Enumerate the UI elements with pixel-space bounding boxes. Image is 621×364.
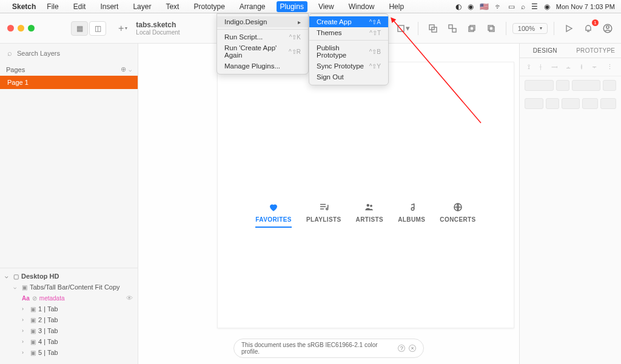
menuitem-manage-plugins[interactable]: Manage Plugins... [217, 61, 308, 71]
window-maximize[interactable] [28, 25, 35, 31]
doc-subtitle: Local Document [136, 29, 180, 36]
backward-icon[interactable] [483, 21, 500, 36]
distribute-icon[interactable]: ⋮ [606, 63, 613, 71]
layer-metadata[interactable]: Aa ⊘ metadata 👁 [0, 293, 138, 303]
document-title[interactable]: tabs.sketch Local Document [136, 21, 180, 36]
align-top-icon[interactable]: ⫠ [565, 63, 572, 71]
ungroup-icon[interactable] [444, 21, 461, 36]
svg-rect-0 [398, 25, 404, 31]
layer-group[interactable]: ⌵▣ Tabs/Tall Bar/Content Fit Copy [0, 282, 138, 293]
menu-text[interactable]: Text [162, 1, 183, 12]
menubar-datetime[interactable]: Mon Nov 7 1:03 PM [556, 3, 615, 10]
notifications-icon[interactable]: 1 [580, 21, 597, 36]
align-center-icon[interactable]: ⟊ [539, 63, 543, 71]
artboard[interactable]: FAVORITES PLAYLISTS ARTISTS ALBUMS CONCE… [217, 62, 514, 328]
menu-arrange[interactable]: Arrange [236, 1, 269, 12]
svg-point-11 [326, 208, 327, 210]
menu-prototype[interactable]: Prototype [190, 1, 228, 12]
align-right-icon[interactable]: ⟞ [551, 63, 557, 71]
menubar-app[interactable]: Sketch [12, 2, 36, 11]
menu-edit[interactable]: Edit [70, 1, 90, 12]
tab-artists[interactable]: ARTISTS [356, 202, 384, 228]
align-middle-icon[interactable]: ⫲ [580, 63, 583, 71]
control-center-icon[interactable]: ☰ [531, 2, 538, 11]
layer-item[interactable]: ›▣2 | Tab [0, 314, 138, 325]
group-icon[interactable] [425, 21, 441, 36]
menuitem-themes[interactable]: Themes^⇧T [309, 27, 388, 38]
svg-rect-6 [470, 25, 475, 30]
svg-rect-8 [488, 25, 493, 30]
canvas[interactable]: FAVORITES PLAYLISTS ARTISTS ALBUMS CONCE… [138, 44, 519, 364]
menu-view[interactable]: View [315, 1, 338, 12]
status-icon[interactable]: ◉ [468, 2, 474, 11]
insert-button[interactable]: + [118, 23, 127, 34]
svg-rect-3 [449, 25, 452, 28]
wifi-icon[interactable]: ᯤ [495, 2, 502, 11]
page-item[interactable]: Page 1 [0, 76, 138, 89]
search-input[interactable] [4, 47, 134, 59]
menuitem-signout[interactable]: Sign Out [309, 71, 388, 82]
flag-icon[interactable]: 🇺🇸 [480, 2, 489, 11]
view-mode-components[interactable]: ◫ [89, 21, 106, 36]
tab-albums[interactable]: ALBUMS [398, 202, 425, 228]
menuitem-create-app[interactable]: Create App^⇧A [309, 16, 388, 27]
menu-layer[interactable]: Layer [129, 1, 155, 12]
window-close[interactable] [7, 25, 14, 31]
menu-file[interactable]: File [43, 1, 62, 12]
menuitem-indigo[interactable]: Indigo.Design▸ [217, 16, 308, 27]
svg-point-10 [606, 25, 609, 28]
svg-rect-7 [489, 27, 494, 31]
left-sidebar: Pages ⊕ ⌵ Page 1 ⌵▢ Desktop HD ⌵▣ Tabs/T… [0, 44, 138, 364]
dismiss-icon[interactable]: × [409, 345, 416, 352]
visibility-icon[interactable]: 👁 [126, 294, 133, 302]
svg-rect-4 [452, 28, 456, 32]
resize-icon[interactable]: ▾ [395, 21, 412, 36]
menu-plugins[interactable]: Plugins [277, 1, 307, 12]
battery-icon[interactable]: ▭ [508, 2, 515, 11]
tab-favorites[interactable]: FAVORITES [255, 202, 292, 228]
svg-point-12 [367, 204, 370, 207]
align-left-icon[interactable]: ⟟ [528, 63, 530, 71]
view-mode-canvas[interactable]: ▦ [71, 21, 88, 36]
forward-icon[interactable] [463, 21, 480, 36]
collapse-icon[interactable]: ⌵ [129, 67, 132, 73]
align-bottom-icon[interactable]: ⫟ [591, 63, 598, 71]
spotlight-icon[interactable]: ⌕ [521, 2, 525, 11]
menu-insert[interactable]: Insert [96, 1, 122, 12]
notif-badge: 1 [592, 19, 599, 26]
account-icon[interactable] [599, 21, 616, 36]
menuitem-run-again[interactable]: Run 'Create App' Again^⇧R [217, 42, 308, 61]
add-page-icon[interactable]: ⊕ [121, 65, 126, 73]
tab-prototype[interactable]: PROTOTYPE [571, 44, 622, 58]
window-controls [7, 25, 35, 31]
menu-window[interactable]: Window [345, 1, 378, 12]
right-sidebar: DESIGN PROTOTYPE ⟟ ⟊ ⟞ ⫠ ⫲ ⫟ ⋮ [519, 44, 621, 364]
svg-point-13 [370, 205, 372, 207]
tab-playlists[interactable]: PLAYLISTS [306, 202, 341, 228]
indigo-submenu: Create App^⇧A Themes^⇧T Publish Prototyp… [309, 13, 389, 85]
siri-icon[interactable]: ◉ [544, 2, 550, 11]
search-layers[interactable] [4, 47, 134, 59]
status-icon[interactable]: ◐ [455, 2, 462, 11]
svg-rect-5 [469, 27, 474, 31]
zoom-select[interactable]: 100% [512, 23, 548, 34]
pages-header: Pages ⊕ ⌵ [0, 63, 138, 76]
preview-icon[interactable] [560, 21, 577, 36]
menuitem-sync[interactable]: Sync Prototype^⇧Y [309, 61, 388, 71]
color-profile-notice: This document uses the sRGB IEC61966-2.1… [233, 339, 424, 358]
doc-name: tabs.sketch [136, 21, 180, 29]
menuitem-publish[interactable]: Publish Prototype^⇧B [309, 42, 388, 61]
tab-concerts[interactable]: CONCERTS [440, 202, 475, 228]
tab-design[interactable]: DESIGN [520, 44, 571, 58]
plugins-menu: Indigo.Design▸ Run Script...^⇧K Run 'Cre… [217, 13, 309, 74]
window-minimize[interactable] [18, 25, 24, 31]
help-icon[interactable]: ? [398, 345, 405, 352]
layer-item[interactable]: ›▣1 | Tab [0, 303, 138, 314]
layer-artboard-root[interactable]: ⌵▢ Desktop HD [0, 271, 138, 282]
mac-menubar: Sketch File Edit Insert Layer Text Proto… [0, 0, 621, 13]
layer-item[interactable]: ›▣4 | Tab [0, 336, 138, 347]
menuitem-run-script[interactable]: Run Script...^⇧K [217, 31, 308, 42]
layer-item[interactable]: ›▣3 | Tab [0, 325, 138, 336]
menu-help[interactable]: Help [385, 1, 408, 12]
layer-item[interactable]: ›▣5 | Tab [0, 347, 138, 358]
